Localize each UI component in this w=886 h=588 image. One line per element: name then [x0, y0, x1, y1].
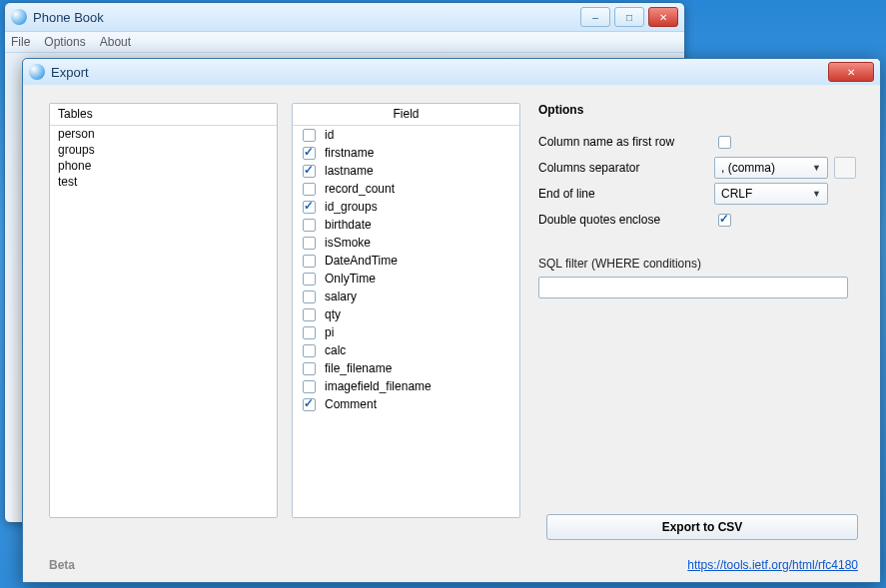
opt-separator-label: Columns separator [538, 161, 714, 175]
field-row[interactable]: id [293, 126, 519, 144]
field-row[interactable]: calc [293, 341, 519, 359]
menu-file[interactable]: File [11, 35, 30, 49]
dialog-body: Tables persongroupsphonetest Field idfir… [23, 85, 880, 582]
field-checkbox[interactable] [303, 380, 316, 393]
export-to-csv-button[interactable]: Export to CSV [546, 514, 858, 540]
field-row[interactable]: imagefield_filename [293, 377, 519, 395]
dialog-titlebar: Export ✕ [23, 59, 880, 86]
opt-eol-value: CRLF [721, 187, 752, 201]
table-row[interactable]: groups [50, 142, 277, 158]
field-label: salary [325, 290, 357, 303]
table-row[interactable]: test [50, 174, 277, 190]
close-button[interactable]: ✕ [648, 7, 678, 27]
field-checkbox[interactable] [303, 308, 316, 321]
main-window-title: Phone Book [33, 10, 580, 25]
minimize-button[interactable]: – [580, 7, 610, 27]
field-row[interactable]: file_filename [293, 359, 519, 377]
field-label: record_count [325, 182, 395, 196]
main-titlebar: Phone Book – □ ✕ [5, 3, 684, 32]
options-panel: Options Column name as first row Columns… [534, 103, 860, 518]
table-row[interactable]: phone [50, 158, 277, 174]
tables-listbox[interactable]: Tables persongroupsphonetest [49, 103, 278, 518]
field-label: isSmoke [325, 236, 371, 250]
field-label: calc [325, 343, 346, 357]
field-checkbox[interactable] [303, 362, 316, 375]
menu-about[interactable]: About [100, 35, 131, 49]
opt-quotes-checkbox[interactable] [718, 214, 731, 227]
field-checkbox[interactable] [303, 344, 316, 357]
dialog-title: Export [51, 65, 828, 80]
opt-quotes-label: Double quotes enclose [538, 213, 714, 227]
opt-first-row-label: Column name as first row [538, 135, 714, 149]
field-checkbox[interactable] [303, 219, 316, 232]
field-label: Comment [325, 397, 377, 411]
field-row[interactable]: id_groups [293, 198, 519, 216]
field-checkbox[interactable] [303, 398, 316, 411]
options-heading: Options [538, 103, 856, 117]
field-checkbox[interactable] [303, 255, 316, 268]
fields-header: Field [293, 104, 519, 126]
field-checkbox[interactable] [303, 129, 316, 142]
dialog-icon [29, 64, 45, 80]
window-buttons: – □ ✕ [580, 7, 678, 27]
field-checkbox[interactable] [303, 147, 316, 160]
menu-bar: File Options About [5, 32, 684, 53]
rfc-link[interactable]: https://tools.ietf.org/html/rfc4180 [687, 558, 858, 572]
field-checkbox[interactable] [303, 273, 316, 286]
field-label: id [325, 128, 334, 142]
field-row[interactable]: isSmoke [293, 234, 519, 252]
maximize-button[interactable]: □ [614, 7, 644, 27]
app-icon [11, 9, 27, 25]
field-row[interactable]: lastname [293, 162, 519, 180]
field-checkbox[interactable] [303, 201, 316, 214]
field-label: DateAndTime [325, 254, 398, 268]
field-label: birthdate [325, 218, 372, 232]
field-row[interactable]: firstname [293, 144, 519, 162]
field-label: file_filename [325, 361, 392, 375]
opt-eol-dropdown[interactable]: CRLF ▼ [714, 183, 828, 205]
field-label: pi [325, 325, 334, 339]
field-label: id_groups [325, 200, 378, 214]
field-label: lastname [325, 164, 374, 178]
sql-filter-label: SQL filter (WHERE conditions) [538, 257, 856, 271]
chevron-down-icon: ▼ [812, 189, 821, 199]
field-checkbox[interactable] [303, 165, 316, 178]
field-label: OnlyTime [325, 272, 376, 286]
field-row[interactable]: birthdate [293, 216, 519, 234]
opt-first-row-checkbox[interactable] [718, 136, 731, 149]
field-label: imagefield_filename [325, 379, 432, 393]
field-label: qty [325, 307, 341, 321]
opt-separator-value: , (comma) [721, 161, 775, 175]
field-row[interactable]: Comment [293, 395, 519, 413]
opt-separator-dropdown[interactable]: , (comma) ▼ [714, 157, 828, 179]
fields-listbox[interactable]: Field idfirstnamelastnamerecord_countid_… [292, 103, 520, 518]
field-checkbox[interactable] [303, 237, 316, 250]
field-row[interactable]: salary [293, 288, 519, 305]
field-checkbox[interactable] [303, 183, 316, 196]
opt-separator-extra-button[interactable] [834, 157, 856, 179]
field-label: firstname [325, 146, 374, 160]
field-row[interactable]: record_count [293, 180, 519, 198]
field-checkbox[interactable] [303, 291, 316, 303]
menu-options[interactable]: Options [44, 35, 85, 49]
table-row[interactable]: person [50, 126, 277, 142]
tables-header: Tables [50, 104, 277, 126]
chevron-down-icon: ▼ [812, 163, 821, 173]
sql-filter-input[interactable] [538, 277, 848, 298]
field-row[interactable]: DateAndTime [293, 252, 519, 270]
opt-eol-label: End of line [538, 187, 714, 201]
footer-label: Beta [49, 558, 75, 572]
field-checkbox[interactable] [303, 326, 316, 339]
field-row[interactable]: qty [293, 305, 519, 323]
export-dialog: Export ✕ Tables persongroupsphonetest Fi… [22, 58, 881, 583]
dialog-close-button[interactable]: ✕ [828, 62, 874, 82]
field-row[interactable]: pi [293, 323, 519, 341]
field-row[interactable]: OnlyTime [293, 270, 519, 288]
